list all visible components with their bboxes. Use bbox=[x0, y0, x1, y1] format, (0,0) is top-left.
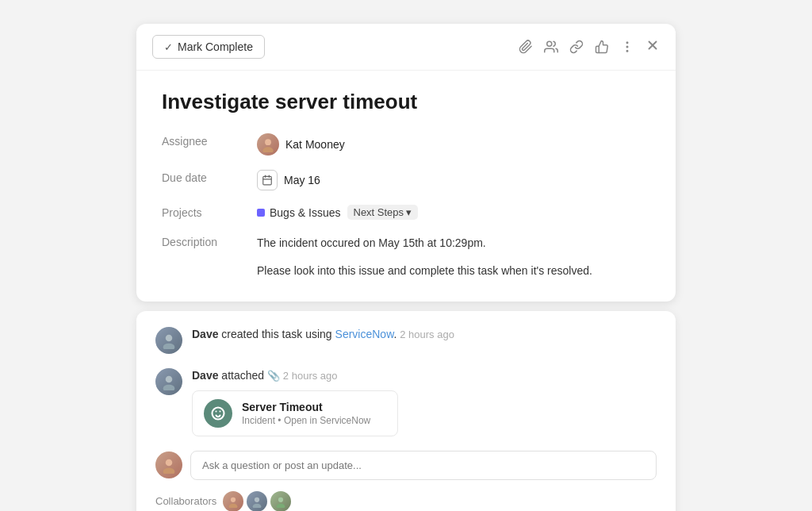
svg-point-1 bbox=[626, 42, 628, 44]
header-actions bbox=[519, 38, 660, 56]
svg-point-15 bbox=[163, 385, 175, 390]
svg-point-12 bbox=[166, 335, 173, 342]
svg-point-16 bbox=[213, 407, 224, 419]
dave-name-2: Dave bbox=[192, 369, 218, 382]
activity-text-2: Dave attached 📎 2 hours ago Server Timeo… bbox=[192, 368, 398, 436]
link-icon[interactable] bbox=[569, 40, 584, 54]
projects-field: Projects Bugs & Issues Next Steps ▾ bbox=[162, 205, 650, 220]
project-name: Bugs & Issues bbox=[270, 206, 341, 219]
svg-point-6 bbox=[265, 140, 271, 146]
task-title: Investigate server timeout bbox=[162, 90, 650, 114]
activity-item-1: Dave created this task using ServiceNow.… bbox=[155, 327, 657, 354]
assignee-value[interactable]: Kat Mooney bbox=[257, 133, 345, 156]
due-date-value[interactable]: May 16 bbox=[257, 170, 320, 190]
description-line1: The incident occured on May 15th at 10:2… bbox=[257, 234, 592, 252]
activity-time-2: 2 hours ago bbox=[283, 370, 338, 382]
commenter-avatar bbox=[155, 451, 182, 478]
modal-header: ✓ Mark Complete bbox=[136, 24, 676, 71]
servicenow-link[interactable]: ServiceNow bbox=[335, 328, 394, 340]
attachment-subtitle: Incident • Open in ServiceNow bbox=[242, 415, 370, 426]
svg-point-22 bbox=[253, 503, 262, 507]
description-label: Description bbox=[162, 234, 257, 248]
svg-point-2 bbox=[626, 46, 628, 48]
mark-complete-label: Mark Complete bbox=[178, 40, 253, 53]
paperclip-icon: 📎 bbox=[267, 370, 280, 382]
modal-wrapper: ✓ Mark Complete bbox=[136, 24, 676, 511]
activity-item-2: Dave attached 📎 2 hours ago Server Timeo… bbox=[155, 368, 657, 436]
activity-text-1: Dave created this task using ServiceNow.… bbox=[192, 327, 454, 343]
svg-point-3 bbox=[626, 51, 628, 52]
due-date-text: May 16 bbox=[284, 174, 320, 186]
dave-name-1: Dave bbox=[192, 328, 218, 340]
dave-avatar-1 bbox=[155, 327, 182, 354]
svg-point-7 bbox=[262, 148, 273, 153]
description-field: Description The incident occured on May … bbox=[162, 234, 650, 279]
comment-input[interactable] bbox=[190, 451, 657, 480]
collaborator-avatar-3 bbox=[270, 491, 291, 511]
svg-point-17 bbox=[166, 459, 173, 467]
activity-section: Dave created this task using ServiceNow.… bbox=[136, 311, 676, 511]
collaborators-row: Collaborators bbox=[155, 491, 657, 511]
mark-complete-button[interactable]: ✓ Mark Complete bbox=[152, 35, 265, 59]
thumbsup-icon[interactable] bbox=[595, 40, 609, 54]
collaborator-avatar-2 bbox=[247, 491, 267, 511]
description-line2: Please look into this issue and complete… bbox=[257, 262, 592, 279]
collaborators-label: Collaborators bbox=[155, 495, 216, 507]
chevron-down-icon: ▾ bbox=[406, 206, 412, 218]
collaborator-avatar-1 bbox=[223, 491, 243, 511]
assignee-avatar bbox=[257, 133, 279, 156]
dave-avatar-2 bbox=[155, 368, 182, 395]
description-text: The incident occured on May 15th at 10:2… bbox=[257, 234, 592, 279]
assignee-label: Assignee bbox=[162, 133, 257, 148]
next-steps-badge[interactable]: Next Steps ▾ bbox=[347, 205, 419, 220]
svg-point-23 bbox=[278, 497, 283, 501]
svg-rect-8 bbox=[263, 177, 272, 186]
person-icon[interactable] bbox=[544, 40, 558, 54]
svg-point-13 bbox=[163, 344, 175, 349]
svg-point-24 bbox=[277, 503, 285, 507]
project-dot bbox=[257, 209, 265, 217]
close-icon[interactable] bbox=[645, 38, 660, 56]
projects-label: Projects bbox=[162, 205, 257, 219]
projects-value: Bugs & Issues Next Steps ▾ bbox=[257, 205, 418, 220]
collaborator-avatars bbox=[223, 491, 291, 511]
calendar-icon bbox=[257, 170, 278, 190]
check-icon: ✓ bbox=[164, 41, 173, 53]
due-date-label: Due date bbox=[162, 170, 257, 184]
modal-body: Investigate server timeout Assignee Kat … bbox=[136, 71, 676, 302]
attachment-icon[interactable] bbox=[519, 40, 533, 54]
svg-point-20 bbox=[229, 503, 238, 507]
svg-point-21 bbox=[255, 497, 259, 501]
attachment-card[interactable]: Server Timeout Incident • Open in Servic… bbox=[192, 390, 398, 436]
task-detail-card: ✓ Mark Complete bbox=[136, 24, 676, 302]
assignee-field: Assignee Kat Mooney bbox=[162, 133, 650, 156]
svg-point-19 bbox=[231, 497, 236, 501]
activity-time-1: 2 hours ago bbox=[400, 328, 454, 340]
more-options-icon[interactable] bbox=[620, 40, 634, 54]
project-tag[interactable]: Bugs & Issues bbox=[257, 206, 341, 219]
next-steps-label: Next Steps bbox=[354, 206, 404, 218]
attachment-info: Server Timeout Incident • Open in Servic… bbox=[242, 401, 370, 426]
attachment-service-icon bbox=[204, 399, 232, 428]
svg-point-18 bbox=[163, 468, 175, 474]
svg-point-0 bbox=[547, 41, 552, 46]
due-date-field: Due date May 16 bbox=[162, 170, 650, 190]
comment-input-wrap bbox=[155, 451, 657, 480]
svg-point-14 bbox=[166, 376, 173, 383]
attachment-title: Server Timeout bbox=[242, 401, 370, 413]
assignee-name: Kat Mooney bbox=[285, 138, 345, 151]
activity-attached-text: Dave attached 📎 2 hours ago bbox=[192, 367, 338, 382]
activity-created-text: Dave created this task using ServiceNow.… bbox=[192, 326, 454, 340]
